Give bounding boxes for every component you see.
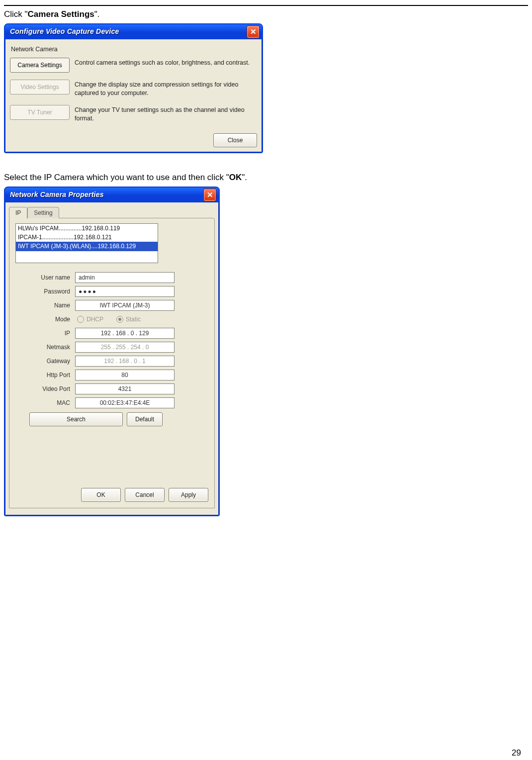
list-item[interactable]: HLWu's IPCAM..............192.168.0.119 [16,224,158,233]
dialog-footer: Close [10,130,257,147]
netmask-input: 255 . 255 . 254 . 0 [75,342,175,353]
video-settings-button: Video Settings [10,80,70,95]
tab-ip[interactable]: IP [9,207,27,218]
settings-description: Control camera settings such as color, b… [75,58,257,68]
window-title: Network Camera Properties [10,190,104,199]
dialog-body: Network Camera Camera Settings Control c… [5,39,262,152]
settings-description: Change the display size and compression … [75,80,257,98]
caption-text: Click " [4,9,28,19]
tv-tuner-button: TV Tuner [10,105,70,120]
field-label: IP [15,329,75,337]
window-title: Configure Video Capture Device [10,27,119,36]
close-button[interactable]: Close [213,133,257,147]
ip-input[interactable]: 192 . 168 . 0 . 129 [75,328,175,339]
instruction-2: Select the IP Camera which you want to u… [4,172,528,184]
username-input[interactable]: admin [75,272,175,283]
top-rule [4,5,528,6]
caption-text: ". [94,9,100,19]
caption-text: ". [242,173,247,182]
caption-bold: OK [229,173,242,182]
camera-listbox[interactable]: HLWu's IPCAM..............192.168.0.119 … [15,223,158,263]
form-grid: User name admin Password ●●●● Name IWT I… [15,272,208,426]
ok-button[interactable]: OK [81,488,121,502]
title-bar[interactable]: Network Camera Properties ✕ [5,188,219,202]
field-label: Http Port [15,371,75,379]
dialog-body: IP Setting HLWu's IPCAM..............192… [5,202,219,515]
dialog-configure-video-capture: Configure Video Capture Device ✕ Network… [4,23,263,153]
settings-description: Change your TV tuner settings such as th… [75,105,257,123]
field-label: Mode [15,315,75,323]
close-icon[interactable]: ✕ [247,26,259,38]
mode-dhcp-radio: DHCP [77,315,103,323]
caption-bold: Camera Settings [28,9,94,19]
field-label: Gateway [15,357,75,365]
caption-text: Select the IP Camera which you want to u… [4,173,229,182]
settings-row: Camera Settings Control camera settings … [10,58,257,73]
settings-row: TV Tuner Change your TV tuner settings s… [10,105,257,123]
document-page: Click "Camera Settings". Configure Video… [0,5,532,760]
name-input[interactable]: IWT IPCAM (JM-3) [75,300,175,311]
instruction-1: Click "Camera Settings". [4,9,528,20]
mid-button-row: Search Default [29,412,208,426]
mac-input[interactable]: 00:02:E3:47:E4:4E [75,397,175,408]
settings-row: Video Settings Change the display size a… [10,80,257,98]
tab-strip: IP Setting [9,206,217,218]
field-label: MAC [15,399,75,407]
field-label: Name [15,301,75,309]
field-label: Video Port [15,385,75,393]
close-icon[interactable]: ✕ [204,189,216,201]
camera-settings-button[interactable]: Camera Settings [10,58,70,73]
dialog-bottom-buttons: OK Cancel Apply [15,483,208,502]
page-number: 29 [512,748,521,759]
search-button[interactable]: Search [29,412,123,426]
mode-radio-group: DHCP Static [75,314,141,325]
field-label: User name [15,274,75,282]
password-input[interactable]: ●●●● [75,286,175,297]
mode-static-radio: Static [116,315,141,323]
apply-button[interactable]: Apply [169,488,208,502]
section-heading: Network Camera [11,45,257,54]
field-label: Password [15,287,75,295]
default-button[interactable]: Default [127,412,163,426]
tab-setting[interactable]: Setting [27,207,59,218]
gateway-input: 192 . 168 . 0 . 1 [75,356,175,367]
dialog-network-camera-properties: Network Camera Properties ✕ IP Setting H… [4,187,220,516]
field-label: Netmask [15,343,75,351]
title-bar[interactable]: Configure Video Capture Device ✕ [5,24,262,39]
list-item[interactable]: IPCAM-1...................192.168.0.121 [16,233,158,242]
radio-label: Static [126,315,141,323]
radio-label: DHCP [87,315,103,323]
video-port-input[interactable]: 4321 [75,383,175,394]
list-item-selected[interactable]: IWT IPCAM (JM-3).(WLAN)....192.168.0.129 [16,242,158,251]
cancel-button[interactable]: Cancel [125,488,165,502]
http-port-input[interactable]: 80 [75,370,175,380]
tab-panel: HLWu's IPCAM..............192.168.0.119 … [9,218,215,508]
